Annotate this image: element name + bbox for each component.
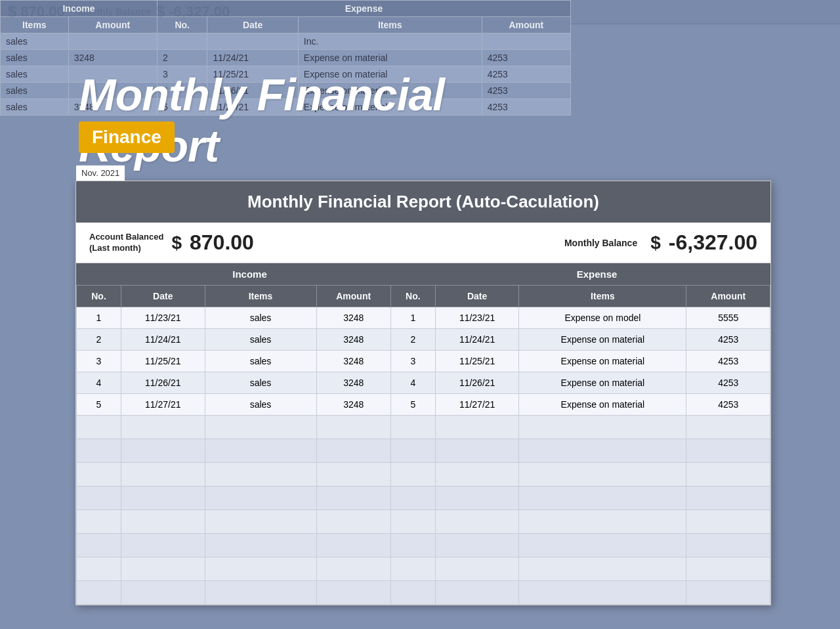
bg-cell: 11/26/21 — [207, 83, 298, 99]
data-cell: 2 — [390, 329, 435, 351]
empty-cell — [519, 557, 686, 581]
bg-table: Income Expense Items Amount No. Date Ite… — [0, 0, 571, 116]
bg-income-header: Income — [1, 1, 158, 17]
table-row — [77, 487, 770, 510]
empty-cell — [390, 581, 435, 605]
empty-cell — [435, 581, 519, 605]
empty-cell — [205, 487, 316, 510]
empty-cell — [686, 534, 770, 557]
empty-cell — [686, 416, 770, 439]
empty-cell — [435, 510, 519, 534]
empty-cell — [519, 439, 686, 463]
empty-cell — [121, 510, 205, 534]
empty-cell — [205, 416, 316, 439]
report-card: Nov. 2021 Monthly Financial Report (Auto… — [75, 181, 771, 605]
data-cell: 4253 — [686, 372, 770, 394]
data-cell: 11/25/21 — [121, 351, 205, 372]
bg-table-wrap: Income Expense Items Amount No. Date Ite… — [0, 0, 571, 116]
empty-cell — [435, 463, 519, 487]
empty-cell — [390, 557, 435, 581]
data-cell: sales — [205, 372, 316, 394]
empty-cell — [390, 510, 435, 534]
expense-col-items: Items — [519, 286, 686, 307]
bg-cell — [68, 83, 157, 99]
data-cell: sales — [205, 307, 316, 329]
bg-cell — [68, 66, 157, 83]
data-cell: 4253 — [686, 394, 770, 416]
empty-cell — [77, 439, 121, 463]
bg-col-date: Date — [207, 17, 298, 33]
empty-cell — [77, 487, 121, 510]
data-cell: 11/23/21 — [121, 307, 205, 329]
bg-cell: 5 — [157, 99, 207, 116]
monthly-balance-value: -6,327.00 — [669, 230, 757, 255]
data-cell: 3248 — [316, 329, 390, 351]
empty-cell — [519, 416, 686, 439]
empty-cell — [316, 510, 390, 534]
empty-cell — [435, 416, 519, 439]
bg-cell: sales — [1, 33, 69, 50]
bg-cell: 4253 — [482, 66, 570, 83]
bg-cell — [68, 33, 157, 50]
data-cell: 11/24/21 — [435, 329, 519, 351]
empty-cell — [316, 439, 390, 463]
data-cell: 5555 — [686, 307, 770, 329]
empty-cell — [77, 581, 121, 605]
data-cell: 11/24/21 — [121, 329, 205, 351]
empty-cell — [519, 487, 686, 510]
report-summary: Account Balanced(Last month) $ 870.00 Mo… — [76, 223, 770, 263]
empty-cell — [686, 463, 770, 487]
empty-cell — [77, 463, 121, 487]
bg-cell: Expense on material — [298, 66, 482, 83]
bg-col-amount1: Amount — [68, 17, 157, 33]
data-cell: 3248 — [316, 307, 390, 329]
empty-cell — [77, 557, 121, 581]
empty-cell — [519, 581, 686, 605]
bg-cell: 4 — [157, 83, 207, 99]
empty-cell — [435, 439, 519, 463]
expense-col-no: No. — [390, 286, 435, 307]
bg-cell — [482, 33, 570, 50]
bg-cell: Expense on material — [298, 83, 482, 99]
empty-cell — [205, 439, 316, 463]
empty-cell — [390, 416, 435, 439]
data-cell: Expense on material — [519, 329, 686, 351]
empty-cell — [390, 487, 435, 510]
data-cell: 4 — [390, 372, 435, 394]
data-cell: 4253 — [686, 351, 770, 372]
bg-cell: 11/27/21 — [207, 99, 298, 116]
expense-col-amount: Amount — [686, 286, 770, 307]
bg-cell: sales — [1, 66, 69, 83]
empty-cell — [205, 581, 316, 605]
empty-cell — [121, 416, 205, 439]
expense-section-header: Expense — [423, 263, 770, 285]
data-cell: 11/27/21 — [121, 394, 205, 416]
data-cell: Expense on material — [519, 394, 686, 416]
empty-cell — [390, 439, 435, 463]
empty-cell — [205, 510, 316, 534]
account-balanced-dollar: $ — [171, 232, 182, 253]
empty-cell — [686, 439, 770, 463]
data-cell: sales — [205, 394, 316, 416]
data-cell: 4253 — [686, 329, 770, 351]
account-balanced-value: 870.00 — [190, 230, 254, 255]
empty-cell — [435, 557, 519, 581]
finance-badge: Finance — [79, 121, 175, 153]
data-cell: 3 — [77, 351, 121, 372]
monthly-balance-label: Monthly Balance — [564, 238, 637, 248]
data-cell: 11/26/21 — [121, 372, 205, 394]
empty-cell — [205, 534, 316, 557]
data-cell: 5 — [77, 394, 121, 416]
table-row: 111/23/21sales3248111/23/21Expense on mo… — [77, 307, 770, 329]
empty-cell — [316, 463, 390, 487]
empty-cell — [121, 439, 205, 463]
data-cell: 4 — [77, 372, 121, 394]
data-cell: 3 — [390, 351, 435, 372]
empty-cell — [686, 510, 770, 534]
empty-cell — [77, 534, 121, 557]
bg-cell — [207, 33, 298, 50]
bg-cell: 4253 — [482, 50, 570, 66]
data-cell: 3248 — [316, 394, 390, 416]
section-headers: Income Expense — [76, 263, 770, 285]
bg-cell: Inc. — [298, 33, 482, 50]
